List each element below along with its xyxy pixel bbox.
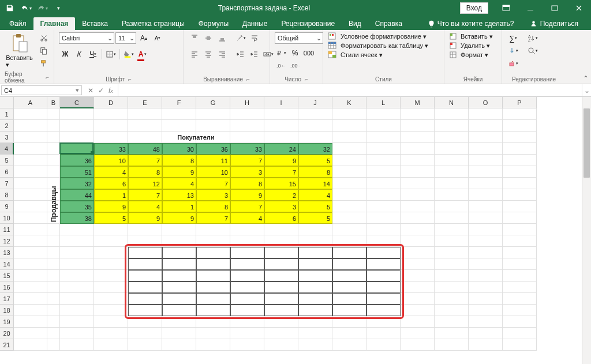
- tab-home[interactable]: Главная: [33, 17, 76, 30]
- cell[interactable]: [60, 143, 94, 155]
- cell[interactable]: [332, 166, 366, 178]
- cell[interactable]: [230, 328, 264, 339]
- cell[interactable]: [401, 235, 435, 247]
- cell[interactable]: [128, 270, 162, 282]
- cell[interactable]: 4: [162, 178, 196, 189]
- cancel-formula-icon[interactable]: ✕: [88, 87, 93, 95]
- cell[interactable]: [401, 247, 435, 258]
- cell[interactable]: [332, 339, 366, 351]
- cell[interactable]: [469, 305, 503, 316]
- cell[interactable]: [60, 328, 94, 339]
- cell[interactable]: [47, 132, 60, 143]
- cell[interactable]: [503, 328, 537, 339]
- cell[interactable]: [469, 270, 503, 282]
- cell[interactable]: [47, 120, 60, 132]
- cell[interactable]: [469, 143, 503, 155]
- cell[interactable]: [366, 166, 401, 178]
- cell[interactable]: [435, 282, 469, 293]
- cell[interactable]: [94, 224, 128, 235]
- cell[interactable]: [469, 293, 503, 305]
- cell[interactable]: [47, 293, 60, 305]
- cell[interactable]: [401, 293, 435, 305]
- cell[interactable]: [47, 328, 60, 339]
- cell[interactable]: [503, 120, 537, 132]
- cell[interactable]: [435, 293, 469, 305]
- cell[interactable]: [298, 247, 332, 258]
- cell[interactable]: [47, 305, 60, 316]
- cell[interactable]: [196, 305, 230, 316]
- undo-icon[interactable]: ▾: [20, 2, 32, 14]
- cell[interactable]: [332, 258, 366, 270]
- decrease-font-icon[interactable]: A▾: [151, 32, 164, 44]
- cell[interactable]: [14, 328, 47, 339]
- cell[interactable]: [366, 178, 401, 189]
- insert-cells-button[interactable]: Вставить ▾: [449, 32, 493, 40]
- cell[interactable]: [94, 247, 128, 258]
- cell[interactable]: [503, 132, 537, 143]
- cell[interactable]: [469, 247, 503, 258]
- cell[interactable]: [60, 120, 94, 132]
- cell[interactable]: [469, 328, 503, 339]
- cell[interactable]: [14, 247, 47, 258]
- cell[interactable]: 5: [298, 212, 332, 224]
- cell[interactable]: [298, 339, 332, 351]
- row-header[interactable]: 8: [0, 189, 14, 201]
- decrease-indent-icon[interactable]: [234, 48, 247, 60]
- cell[interactable]: [162, 339, 196, 351]
- cell[interactable]: [366, 201, 401, 212]
- delete-cells-button[interactable]: Удалить ▾: [449, 42, 490, 50]
- cell[interactable]: [230, 282, 264, 293]
- cell[interactable]: [94, 293, 128, 305]
- cell[interactable]: 36: [196, 143, 230, 155]
- alignment-dialog-icon[interactable]: ⌐: [246, 76, 250, 82]
- cell[interactable]: [162, 316, 196, 328]
- cell[interactable]: [469, 258, 503, 270]
- cell[interactable]: [230, 293, 264, 305]
- cell[interactable]: [401, 339, 435, 351]
- cell[interactable]: 51: [60, 166, 94, 178]
- column-header[interactable]: I: [264, 97, 298, 108]
- align-center-icon[interactable]: [202, 48, 215, 60]
- align-right-icon[interactable]: [216, 48, 229, 60]
- cell[interactable]: [230, 339, 264, 351]
- cell[interactable]: [435, 201, 469, 212]
- cell[interactable]: [47, 316, 60, 328]
- cell[interactable]: [332, 328, 366, 339]
- cell[interactable]: [14, 224, 47, 235]
- column-header[interactable]: K: [332, 97, 366, 108]
- cell[interactable]: [503, 108, 537, 120]
- cell[interactable]: [298, 282, 332, 293]
- find-select-icon[interactable]: ▾: [526, 45, 539, 57]
- fill-icon[interactable]: ▾: [507, 45, 519, 57]
- autosum-icon[interactable]: ∑▾: [507, 32, 519, 44]
- collapse-ribbon-icon[interactable]: ⌃: [583, 74, 589, 82]
- cell[interactable]: [435, 247, 469, 258]
- cell[interactable]: [128, 258, 162, 270]
- cell[interactable]: [47, 108, 60, 120]
- cell[interactable]: [94, 258, 128, 270]
- cell[interactable]: [435, 189, 469, 201]
- cell[interactable]: [435, 132, 469, 143]
- comma-icon[interactable]: 000: [302, 47, 315, 59]
- cell[interactable]: [196, 258, 230, 270]
- cell[interactable]: [264, 270, 298, 282]
- cell[interactable]: [14, 305, 47, 316]
- cell[interactable]: 7: [230, 201, 264, 212]
- cell[interactable]: [14, 282, 47, 293]
- cell[interactable]: [47, 282, 60, 293]
- cell[interactable]: [94, 235, 128, 247]
- cell[interactable]: [503, 270, 537, 282]
- tab-data[interactable]: Данные: [235, 17, 274, 30]
- cell[interactable]: [60, 316, 94, 328]
- font-color-icon[interactable]: A▾: [136, 48, 149, 60]
- row-header[interactable]: 17: [0, 293, 14, 305]
- cell[interactable]: [94, 328, 128, 339]
- cell[interactable]: [128, 282, 162, 293]
- cell[interactable]: 1: [94, 189, 128, 201]
- cell[interactable]: [435, 270, 469, 282]
- cell[interactable]: [503, 339, 537, 351]
- cell[interactable]: [366, 108, 401, 120]
- cell[interactable]: 24: [264, 143, 298, 155]
- cell[interactable]: [435, 316, 469, 328]
- cell[interactable]: [469, 178, 503, 189]
